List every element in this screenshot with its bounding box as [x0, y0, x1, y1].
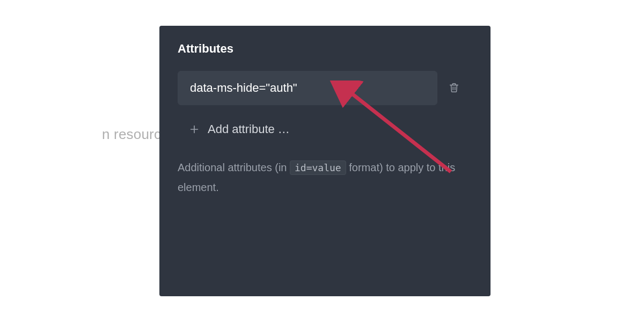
attribute-row [178, 71, 472, 105]
delete-attribute-button[interactable] [445, 78, 463, 99]
stage: n resources, that will Attributes [0, 0, 644, 322]
helper-text: Additional attributes (in id=value forma… [178, 158, 457, 197]
helper-prefix: Additional attributes (in [178, 162, 290, 173]
add-attribute-label: Add attribute … [208, 122, 290, 136]
panel-title: Attributes [178, 42, 472, 56]
add-attribute-button[interactable]: Add attribute … [178, 117, 293, 142]
trash-icon [448, 81, 460, 96]
plus-icon [188, 123, 200, 135]
attribute-input[interactable] [178, 71, 437, 105]
helper-code: id=value [290, 160, 346, 175]
attributes-panel: Attributes [159, 26, 491, 296]
